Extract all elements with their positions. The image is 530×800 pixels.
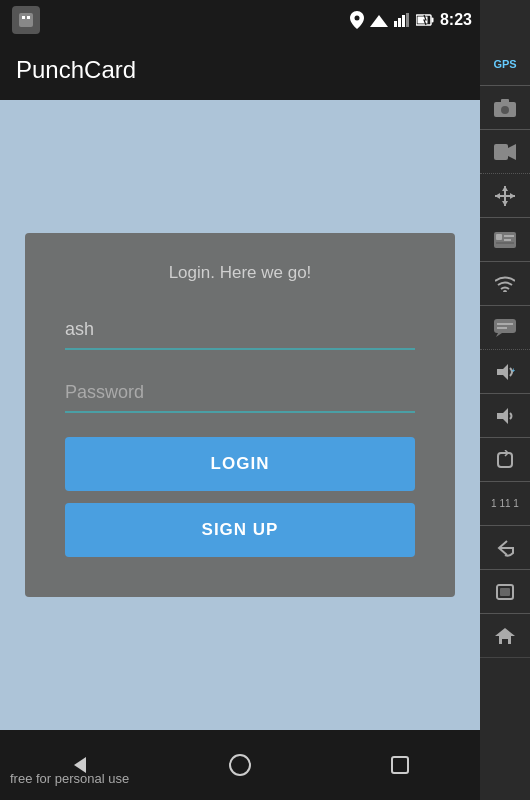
bars-icon bbox=[394, 13, 410, 27]
svg-marker-25 bbox=[510, 193, 515, 199]
svg-marker-33 bbox=[496, 333, 502, 337]
number-sidebar-icon[interactable]: 1 1 1 1 bbox=[480, 490, 530, 526]
svg-rect-28 bbox=[504, 235, 514, 237]
signal-icon bbox=[370, 13, 388, 27]
svg-marker-19 bbox=[508, 144, 516, 160]
volume-down-sidebar-icon[interactable] bbox=[480, 402, 530, 438]
svg-point-31 bbox=[503, 290, 507, 292]
svg-marker-38 bbox=[497, 408, 508, 424]
username-input[interactable] bbox=[65, 311, 415, 350]
svg-rect-30 bbox=[496, 242, 514, 244]
svg-text:+: + bbox=[511, 366, 515, 375]
svg-marker-23 bbox=[502, 201, 508, 206]
svg-rect-8 bbox=[406, 13, 409, 27]
login-button[interactable]: LOGIN bbox=[65, 437, 415, 491]
svg-rect-44 bbox=[502, 639, 508, 644]
svg-rect-27 bbox=[496, 234, 502, 240]
nav-bar: free for personal use bbox=[0, 730, 480, 800]
back-sidebar-icon[interactable] bbox=[480, 534, 530, 570]
svg-marker-4 bbox=[370, 15, 388, 27]
svg-point-3 bbox=[354, 16, 359, 21]
svg-rect-34 bbox=[497, 323, 513, 325]
svg-marker-42 bbox=[495, 628, 515, 636]
svg-rect-0 bbox=[19, 13, 33, 27]
right-sidebar: GPS bbox=[480, 0, 530, 800]
password-input[interactable] bbox=[65, 374, 415, 413]
svg-point-16 bbox=[501, 106, 509, 114]
app-header: PunchCard bbox=[0, 40, 480, 100]
svg-rect-18 bbox=[494, 144, 508, 160]
login-card: Login. Here we go! LOGIN SIGN UP bbox=[25, 233, 455, 597]
volume-up-sidebar-icon[interactable]: + bbox=[480, 358, 530, 394]
left-panel: 8:23 PunchCard Login. Here we go! LOGIN … bbox=[0, 0, 480, 800]
signup-button[interactable]: SIGN UP bbox=[65, 503, 415, 557]
svg-rect-14 bbox=[392, 757, 408, 773]
rotate-sidebar-icon[interactable] bbox=[480, 446, 530, 482]
svg-marker-36 bbox=[497, 364, 508, 380]
svg-rect-17 bbox=[501, 99, 509, 103]
main-content: Login. Here we go! LOGIN SIGN UP bbox=[0, 100, 480, 730]
layers-sidebar-icon[interactable] bbox=[480, 578, 530, 614]
svg-marker-24 bbox=[495, 193, 500, 199]
app-title: PunchCard bbox=[16, 56, 136, 84]
status-bar-right: 8:23 bbox=[350, 11, 472, 29]
gps-sidebar-icon[interactable]: GPS bbox=[480, 50, 530, 86]
app-icon bbox=[12, 6, 40, 34]
video-sidebar-icon[interactable] bbox=[480, 138, 530, 174]
login-subtitle: Login. Here we go! bbox=[169, 263, 312, 283]
home-sidebar-icon[interactable] bbox=[480, 622, 530, 658]
svg-rect-6 bbox=[398, 18, 401, 27]
svg-rect-32 bbox=[494, 319, 516, 333]
nav-home-button[interactable] bbox=[215, 740, 265, 790]
svg-rect-41 bbox=[500, 588, 510, 596]
battery-icon bbox=[416, 14, 434, 26]
svg-point-13 bbox=[230, 755, 250, 775]
svg-rect-5 bbox=[394, 21, 397, 27]
location-icon bbox=[350, 11, 364, 29]
status-bar: 8:23 bbox=[0, 0, 480, 40]
svg-rect-10 bbox=[431, 18, 433, 23]
nav-recents-button[interactable] bbox=[375, 740, 425, 790]
wifi-sidebar-icon[interactable] bbox=[480, 270, 530, 306]
move-sidebar-icon[interactable] bbox=[480, 182, 530, 218]
id-sidebar-icon[interactable] bbox=[480, 226, 530, 262]
svg-rect-1 bbox=[22, 16, 25, 19]
svg-rect-7 bbox=[402, 15, 405, 27]
status-time: 8:23 bbox=[440, 11, 472, 29]
bottom-text: free for personal use bbox=[10, 771, 129, 786]
svg-rect-29 bbox=[504, 239, 511, 241]
chat-sidebar-icon[interactable] bbox=[480, 314, 530, 350]
svg-marker-22 bbox=[502, 186, 508, 191]
svg-rect-2 bbox=[27, 16, 30, 19]
screen-wrapper: 8:23 PunchCard Login. Here we go! LOGIN … bbox=[0, 0, 530, 800]
status-bar-left bbox=[12, 6, 40, 34]
camera-sidebar-icon[interactable] bbox=[480, 94, 530, 130]
svg-rect-35 bbox=[497, 327, 507, 329]
